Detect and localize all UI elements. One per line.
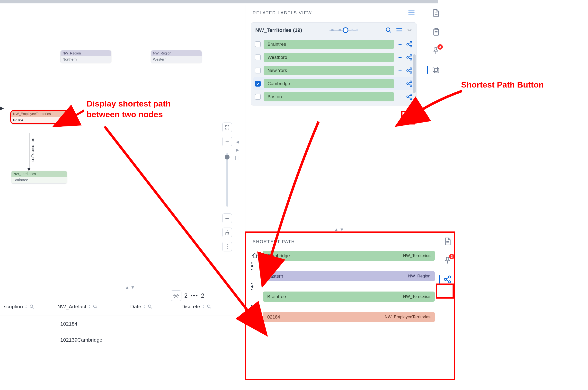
chip-label: New York [264,66,394,75]
chevron-down-icon[interactable] [407,27,412,33]
annotation-right: Shortest Path Button [461,79,544,90]
list-menu-icon[interactable] [396,27,402,33]
sp-row-eastern[interactable]: Eastern NW_Region [251,271,435,281]
sp-type: NW_Territories [403,253,430,258]
related-card-title: NW_Territories (19) [255,27,302,33]
chip-label: Braintree [264,40,394,49]
add-icon[interactable]: + [397,67,403,74]
document-icon[interactable] [432,9,440,17]
sp-chip: Cambridge NW_Territories [263,251,435,261]
depth-slider[interactable] [305,27,382,33]
checkbox-checked[interactable] [255,81,261,87]
svg-point-64 [94,305,96,307]
zoom-out-button[interactable]: − [222,213,232,223]
search-icon[interactable] [206,304,212,309]
svg-line-17 [408,43,410,44]
graph-node-region-western[interactable]: NW_Region Western [151,50,202,63]
search-icon[interactable] [147,304,153,309]
svg-line-63 [33,307,34,308]
hierarchy-button[interactable] [222,228,232,237]
table-row[interactable]: 102184 [0,316,245,332]
pin-icon[interactable]: 3 [443,256,452,265]
col-scription[interactable]: scription ▲▼ [4,304,55,309]
search-icon[interactable] [93,304,98,309]
share-icon[interactable] [406,54,413,61]
graph-edge-arrowhead [27,168,31,171]
related-item-westboro[interactable]: Westboro + [253,51,414,64]
related-labels-list: Braintree + Westboro + New York + [251,38,417,103]
fit-screen-button[interactable] [222,123,232,132]
annotation-box-rail-share [436,284,454,298]
add-icon[interactable]: + [397,80,403,88]
svg-line-33 [408,84,410,85]
scrollbar[interactable] [413,54,416,93]
checkbox[interactable] [255,94,261,100]
titlebar-sliver [0,0,438,3]
graph-node-region-northern[interactable]: NW_Region Northern [60,50,111,63]
header-label: scription [4,304,23,309]
add-icon[interactable]: + [397,54,403,61]
add-icon[interactable]: + [397,41,403,48]
svg-line-55 [446,277,449,279]
graph-node-employeeterritories-02184[interactable]: NW_EmployeeTerritories 02184 [10,110,69,124]
related-item-braintree[interactable]: Braintree + [253,38,414,51]
sp-name: Cambridge [267,253,290,258]
sp-row-02184[interactable]: 02184 NW_EmployeeTerritories [251,312,435,322]
share-icon[interactable] [406,67,413,74]
search-icon[interactable] [386,27,392,33]
sort-icon[interactable]: ▲▼ [143,305,146,309]
related-item-boston[interactable]: Boston + [253,90,414,103]
related-item-cambridge[interactable]: Cambridge + [253,77,414,90]
share-path-icon[interactable] [443,275,452,284]
clipboard-icon[interactable] [432,28,440,36]
copy-stack-icon[interactable] [432,66,440,74]
panel-menu-icon[interactable] [408,10,415,16]
annotation-left: Display shortest path between two nodes [87,98,171,120]
sort-icon[interactable]: ▲▼ [25,305,27,309]
col-date[interactable]: Date ▲▼ [130,304,179,309]
search-icon[interactable] [29,304,35,309]
col-discrete[interactable]: Discrete ▲▼ [181,304,235,309]
svg-point-48 [254,315,256,317]
checkbox[interactable] [255,68,261,73]
document-icon[interactable] [443,237,452,245]
svg-point-58 [225,233,226,234]
sp-row-cambridge[interactable]: Cambridge NW_Territories [251,251,435,261]
svg-line-69 [210,307,211,308]
graph-node-territories-braintree[interactable]: NW_Territories Braintree [11,171,67,184]
sort-icon[interactable]: ▲▼ [88,305,91,309]
zoom-in-button[interactable]: + [222,137,232,146]
more-button[interactable]: ⋮ [222,242,232,251]
node-value: Western [151,56,201,63]
panel-split-handle[interactable]: ▲ ▼ [334,227,344,232]
shortest-path-button[interactable] [406,80,413,87]
svg-point-59 [227,233,228,234]
sp-name: Eastern [267,274,283,279]
sp-row-braintree[interactable]: Braintree NW_Territories [251,292,435,302]
svg-point-6 [343,28,348,33]
table-row[interactable]: 102139Cambridge [0,332,245,348]
zoom-slider[interactable] [226,153,228,207]
checkbox[interactable] [255,54,261,60]
shortest-path-panel: SHORTEST PATH Cambridge NW_Territories E… [245,233,438,380]
share-icon[interactable] [406,41,413,48]
shortest-path-list: Cambridge NW_Territories Eastern NW_Regi… [246,246,438,322]
sort-icon[interactable]: ▲▼ [202,305,204,309]
checkbox[interactable] [255,41,261,47]
svg-line-27 [408,69,410,70]
col-artefact[interactable]: NW_Artefact ▲▼ [57,304,128,309]
svg-point-66 [148,305,151,307]
panel-drag-handle[interactable]: ◀▶| | [235,140,240,160]
svg-point-60 [228,233,229,234]
share-icon[interactable] [406,93,413,100]
svg-line-18 [408,45,410,46]
table-split-handle[interactable]: ▲ ▼ [125,285,135,290]
add-icon[interactable]: + [397,93,403,101]
pin-badge: 3 [438,44,443,49]
shortest-path-rail: 3 [440,237,455,284]
related-labels-panel: RELATED LABELS VIEW NW_Territories (19) [245,5,422,230]
svg-line-67 [151,307,152,308]
pin-icon[interactable]: 3 [432,47,440,55]
related-item-newyork[interactable]: New York + [253,64,414,77]
node-value: Braintree [11,177,67,183]
